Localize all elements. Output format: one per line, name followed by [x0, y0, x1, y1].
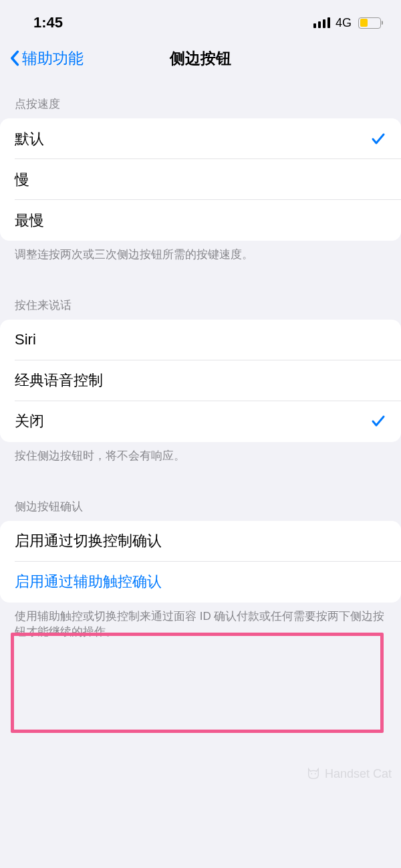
watermark: Handset Cat — [306, 766, 392, 781]
group-click-speed: 默认 慢 最慢 — [0, 118, 401, 241]
option-siri[interactable]: Siri — [0, 320, 401, 360]
svg-point-1 — [315, 773, 316, 774]
option-label: 最慢 — [15, 211, 44, 231]
option-label: 默认 — [15, 129, 44, 149]
option-switch-control-confirm[interactable]: 启用通过切换控制确认 — [0, 521, 401, 562]
cellular-signal-icon — [313, 17, 330, 28]
status-bar: 1:45 4G — [0, 0, 401, 40]
back-button[interactable]: 辅助功能 — [9, 48, 84, 69]
section-header-click-speed: 点按速度 — [0, 90, 401, 118]
option-slow[interactable]: 慢 — [0, 159, 401, 200]
checkmark-icon — [370, 413, 386, 429]
watermark-text: Handset Cat — [325, 767, 392, 781]
section-header-hold-speak: 按住来说话 — [0, 291, 401, 320]
navigation-bar: 辅助功能 侧边按钮 — [0, 40, 401, 79]
status-right: 4G — [313, 16, 381, 30]
highlight-annotation — [11, 633, 384, 733]
option-label: Siri — [15, 331, 36, 348]
back-label: 辅助功能 — [22, 48, 84, 69]
section-footer-hold-speak: 按住侧边按钮时，将不会有响应。 — [0, 442, 401, 464]
option-label: 启用通过辅助触控确认 — [15, 572, 162, 592]
page-title: 侧边按钮 — [170, 48, 231, 69]
cat-icon — [306, 766, 321, 781]
option-off[interactable]: 关闭 — [0, 401, 401, 442]
option-label: 关闭 — [15, 411, 44, 431]
section-footer-confirm: 使用辅助触控或切换控制来通过面容 ID 确认付款或任何需要按两下侧边按钮才能继续… — [0, 603, 401, 640]
option-classic-voice[interactable]: 经典语音控制 — [0, 360, 401, 401]
option-default[interactable]: 默认 — [0, 118, 401, 159]
svg-point-0 — [311, 773, 312, 774]
option-slowest[interactable]: 最慢 — [0, 200, 401, 241]
group-confirm: 启用通过切换控制确认 启用通过辅助触控确认 — [0, 521, 401, 603]
chevron-left-icon — [9, 50, 19, 66]
group-hold-speak: Siri 经典语音控制 关闭 — [0, 320, 401, 442]
network-label: 4G — [336, 16, 352, 30]
section-header-confirm: 侧边按钮确认 — [0, 492, 401, 521]
option-assistive-touch-confirm[interactable]: 启用通过辅助触控确认 — [0, 562, 401, 603]
option-label: 慢 — [15, 170, 29, 190]
battery-icon — [358, 17, 381, 29]
option-label: 经典语音控制 — [15, 370, 103, 391]
section-footer-click-speed: 调整连按两次或三次侧边按钮所需的按键速度。 — [0, 241, 401, 263]
checkmark-icon — [370, 131, 386, 147]
option-label: 启用通过切换控制确认 — [15, 531, 162, 551]
status-time: 1:45 — [33, 14, 63, 31]
